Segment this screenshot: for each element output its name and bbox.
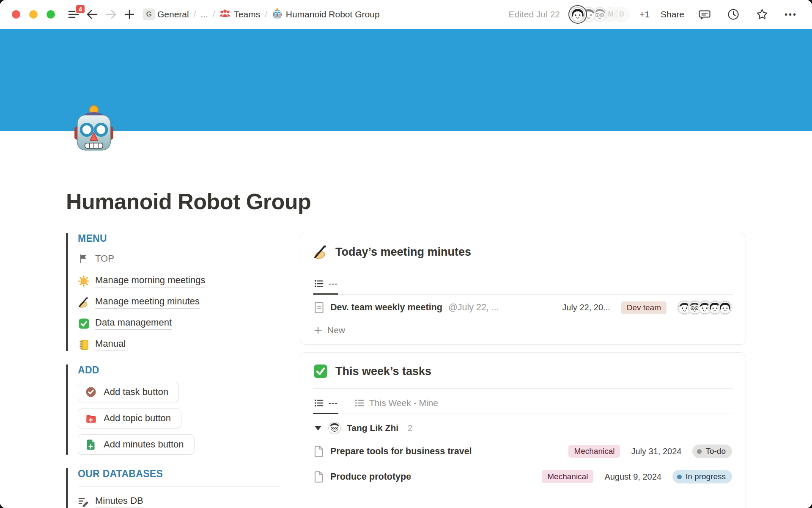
card-header: Today’s meeting minutes [313,244,733,260]
avatar[interactable] [570,7,585,22]
more-options-button[interactable]: ••• [782,5,800,24]
group-header-row[interactable]: Tang Lik Zhi 2 [313,414,733,439]
status-badge: To-do [692,444,732,458]
add-task-button[interactable]: Add task button [78,382,179,402]
status-dot [677,475,682,479]
group-count: 2 [408,423,412,433]
category-tag: Mechanical [568,445,620,458]
menu-link-label: Manual [95,338,126,351]
sidebar-toggle-button[interactable]: 4 [64,5,83,24]
databases-section: OUR DATABASES Minutes DB [66,468,280,508]
page-icon [314,445,324,458]
team-tag: Dev team [621,301,667,314]
brown-check-circle-icon [85,386,97,398]
teams-people-icon [219,8,230,21]
breadcrumb-current-page[interactable]: Humanoid Robot Group [272,8,380,21]
plus-icon [314,326,322,334]
databases-heading: OUR DATABASES [78,468,280,480]
list-view-icon [314,398,324,408]
divider [313,269,733,269]
list-view-icon [314,279,324,288]
group-name: Tang Lik Zhi [347,423,398,433]
app-window: 4 G General / ... / [0,0,812,508]
list-view-icon [354,398,365,408]
window-toolbar: 4 G General / ... / [0,0,812,29]
toolbar-right: Edited Jul 22 M D +1 Share [509,5,800,24]
writing-hand-icon [313,244,328,260]
due-date: August 9, 2024 [604,472,661,482]
menu-link-label: Data management [95,317,172,330]
traffic-lights [12,10,55,19]
menu-link-label: TOP [95,253,114,264]
menu-link-meeting-minutes[interactable]: Manage meeting minutes [78,296,200,309]
minutes-db-link[interactable]: Minutes DB [78,495,143,508]
add-button-label: Add minutes button [104,439,184,450]
workspace-badge[interactable]: G [143,8,155,20]
page-title: Humanoid Robot Group [66,131,746,214]
writing-hand-icon [78,296,90,308]
task-title: Produce prototype [330,472,411,482]
row-properties: Mechanical July 31, 2024 To-do [568,444,732,458]
menu-link-data-management[interactable]: Data management [78,317,172,330]
divider [313,388,733,389]
task-row[interactable]: Prepare tools for business travel Mechan… [313,439,733,464]
page-icon-robot[interactable] [70,104,118,152]
edited-timestamp: Edited Jul 22 [509,9,560,19]
zoom-window-button[interactable] [47,10,55,19]
group-avatar [328,422,341,434]
attendee-avatars [678,301,732,315]
task-row[interactable]: Produce prototype Mechanical August 9, 2… [313,464,733,489]
sun-icon [78,275,90,287]
card-title: This week’s tasks [335,365,431,378]
add-button-label: Add topic button [104,413,171,424]
view-tab-this-week-mine[interactable]: This Week - Mine [354,391,439,414]
more-collaborators-count[interactable]: +1 [639,9,650,19]
breadcrumb-general[interactable]: General [157,9,189,19]
red-folder-plus-icon [85,412,97,424]
row-properties: Mechanical August 9, 2024 In progress [542,470,732,483]
favorite-star-button[interactable] [753,5,771,24]
meeting-row[interactable]: Dev. team weekly meeting @July 22, ... J… [313,295,733,320]
view-tab-label: --- [329,279,337,289]
add-topic-button[interactable]: Add topic button [78,408,181,428]
status-label: To-do [705,447,726,456]
view-tabs: --- This Week - Mine [313,391,733,414]
menu-link-morning-meetings[interactable]: Manage morning meetings [78,275,205,287]
view-tab-default[interactable]: --- [313,391,338,414]
status-badge: In progress [672,470,732,483]
new-tab-button[interactable] [120,5,139,24]
avatar [718,301,732,315]
new-row-button[interactable]: New [313,320,733,339]
presence-avatars: M D [570,7,629,22]
menu-heading: MENU [78,233,280,244]
green-check-icon [78,318,90,329]
robot-emoji-icon [272,8,283,21]
view-tab-default[interactable]: --- [313,272,338,294]
ledger-icon [78,339,90,351]
right-column: Today’s meeting minutes --- Dev. team we… [300,233,746,508]
minimize-window-button[interactable] [29,10,38,19]
add-section: ADD Add task button [66,364,280,455]
close-window-button[interactable] [12,10,20,19]
database-link-label: Minutes DB [95,495,143,508]
comments-button[interactable] [695,5,714,24]
meeting-date: July 22, 20... [562,303,610,312]
breadcrumb-ellipsis[interactable]: ... [200,9,208,19]
back-button[interactable] [83,5,102,24]
add-minutes-button[interactable]: Add minutes button [78,434,195,455]
category-tag: Mechanical [542,470,593,483]
menu-link-top[interactable]: TOP [78,253,114,266]
breadcrumb-teams[interactable]: Teams [219,8,260,21]
share-button[interactable]: Share [660,8,685,21]
view-tabs: --- [313,272,733,295]
card-title: Today’s meeting minutes [335,246,471,259]
meeting-title: Dev. team weekly meeting [330,302,442,313]
updates-clock-button[interactable] [724,5,743,24]
status-dot [697,449,702,454]
forward-button[interactable] [102,5,120,24]
status-label: In progress [686,472,726,481]
breadcrumb-separator: / [194,10,196,19]
card-header: This week’s tasks [313,364,733,379]
breadcrumb-separator: / [265,10,267,19]
menu-link-manual[interactable]: Manual [78,338,126,351]
